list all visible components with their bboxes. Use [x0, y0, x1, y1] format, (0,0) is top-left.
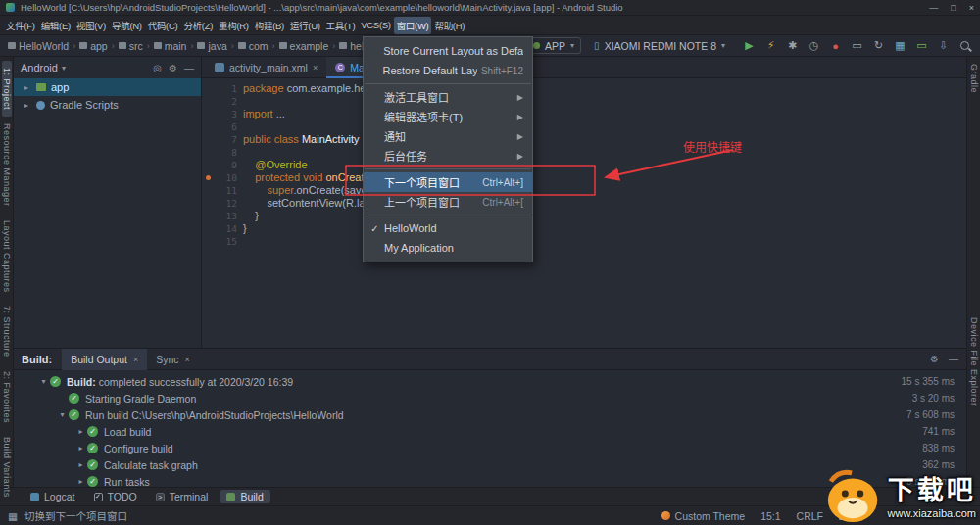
tool-stripe-3[interactable]: 7: Structure — [2, 299, 12, 364]
menubar-item-12[interactable]: 帮助(H) — [431, 17, 467, 34]
tool-stripe-right-0[interactable]: Gradle — [969, 57, 979, 100]
minimize-panel-icon[interactable]: — — [949, 354, 958, 364]
device-label: XIAOMI REDMI NOTE 8 — [605, 40, 716, 52]
project-view-mode[interactable]: Android — [21, 62, 58, 73]
tool-tab-terminal[interactable]: >Terminal — [149, 490, 216, 503]
menu-item-11[interactable]: ✓HelloWorld — [364, 218, 532, 238]
status-widget-2[interactable]: CRLF — [797, 510, 823, 522]
close-icon[interactable]: × — [969, 3, 974, 13]
line-number: 13 — [214, 211, 237, 221]
tool-stripe-1[interactable]: Resource Manager — [2, 117, 12, 214]
menubar-item-4[interactable]: 代码(C) — [145, 17, 181, 34]
maximize-icon[interactable]: □ — [951, 3, 956, 13]
build-tab-1[interactable]: Sync× — [147, 349, 199, 370]
menubar-item-9[interactable]: 工具(T) — [323, 17, 359, 34]
chevron-icon[interactable]: ▸ — [74, 477, 87, 486]
tool-stripe-2[interactable]: Layout Captures — [2, 214, 12, 300]
menubar-item-7[interactable]: 构建(B) — [252, 17, 287, 34]
search-everywhere-icon[interactable] — [957, 38, 972, 53]
menu-item-5[interactable]: 通知▶ — [364, 126, 532, 146]
menubar-item-11[interactable]: 窗口(W) — [394, 17, 432, 34]
settings-gear-icon[interactable]: ⚙ — [169, 63, 177, 73]
avd-manager-icon[interactable]: ▭ — [914, 38, 929, 53]
chevron-right-icon: ▸ — [22, 83, 31, 92]
chevron-icon[interactable]: ▸ — [74, 444, 87, 453]
run-icon[interactable]: ▶ — [742, 38, 757, 53]
breadcrumb-item[interactable]: HelloWorld — [8, 40, 69, 52]
tool-stripe-bottom-0[interactable]: 2: Favorites — [2, 364, 12, 430]
tool-tab-build[interactable]: Build — [220, 490, 270, 503]
sdk-manager-icon[interactable]: ⇩ — [936, 38, 951, 53]
menu-item-3[interactable]: 激活工具窗口▶ — [364, 87, 532, 107]
breadcrumb-item[interactable]: app — [79, 40, 108, 52]
status-widget-1[interactable]: 15:1 — [760, 510, 780, 522]
code-line: 6 — [202, 120, 966, 133]
menu-item-1[interactable]: Restore Default LayoutShift+F12 — [364, 61, 532, 80]
tool-stripe-0[interactable]: 1: Project — [2, 61, 12, 117]
build-row[interactable]: ✓Starting Gradle Daemon3 s 20 ms — [14, 390, 966, 406]
menu-item-6[interactable]: 后台任务▶ — [364, 146, 532, 166]
code-lines[interactable]: 1package com.example.helloworld;23import… — [202, 78, 966, 248]
menubar-item-8[interactable]: 运行(U) — [287, 17, 323, 34]
menubar-item-10[interactable]: VCS(S) — [358, 18, 393, 32]
layout-inspector-icon[interactable]: ▦ — [893, 38, 907, 53]
submenu-arrow-icon: ▶ — [517, 132, 523, 141]
menubar-item-5[interactable]: 分析(Z) — [180, 17, 216, 34]
locate-icon[interactable]: ◎ — [153, 63, 162, 73]
debug-icon[interactable]: ✱ — [785, 38, 800, 53]
breadcrumb-item[interactable]: java — [197, 40, 226, 52]
breadcrumb-item[interactable]: src — [119, 40, 143, 52]
chevron-icon[interactable]: ▸ — [74, 427, 87, 436]
menu-item-0[interactable]: Store Current Layout as Default — [364, 41, 532, 61]
build-row[interactable]: ▾✓Run build C:\Users\hp\AndroidStudioPro… — [14, 406, 966, 423]
run-configuration-select[interactable]: APP ▾ — [526, 37, 581, 54]
editor-tabs: activity_main.xml×CMainActivity.java× — [202, 57, 966, 78]
device-manager-icon[interactable]: ▭ — [850, 38, 864, 53]
success-check-icon: ✓ — [69, 409, 79, 420]
chevron-icon[interactable]: ▾ — [37, 377, 50, 386]
breadcrumb-item[interactable]: com — [238, 40, 269, 52]
chevron-icon[interactable]: ▸ — [74, 460, 87, 469]
build-row[interactable]: ▸✓Configure build838 ms — [14, 440, 966, 456]
menu-item-12[interactable]: My Application — [364, 238, 532, 258]
build-row[interactable]: ▸✓Calculate task graph362 ms — [14, 456, 966, 473]
build-row[interactable]: ▸✓Load build741 ms — [14, 423, 966, 440]
breadcrumb-item[interactable]: example — [279, 40, 329, 52]
sync-project-icon[interactable]: ↻ — [871, 38, 886, 53]
project-tree-item[interactable]: ▸Gradle Scripts — [14, 96, 201, 114]
editor-tab-0[interactable]: activity_main.xml× — [206, 57, 326, 78]
menu-item-8[interactable]: 下一个项目窗口Ctrl+Alt+] — [364, 172, 532, 192]
menu-item-4[interactable]: 编辑器选项卡(T)▶ — [364, 107, 532, 126]
menubar-item-1[interactable]: 编辑(E) — [38, 17, 74, 34]
tool-stripe-bottom-1[interactable]: Build Variants — [2, 430, 12, 504]
build-tab-0[interactable]: Build Output× — [62, 349, 147, 370]
tool-stripe-right-1[interactable]: Device File Explorer — [969, 310, 979, 413]
close-icon[interactable]: × — [313, 63, 318, 72]
android-studio-icon — [6, 3, 15, 12]
menubar-item-6[interactable]: 重构(R) — [216, 17, 252, 34]
profiler-icon[interactable]: ◷ — [807, 38, 821, 53]
editor-area[interactable]: activity_main.xml×CMainActivity.java× 1p… — [202, 57, 966, 348]
minimize-icon[interactable]: — — [929, 3, 938, 13]
hide-panel-icon[interactable]: — — [184, 63, 194, 73]
status-widget-3[interactable] — [839, 511, 847, 520]
menu-item-9[interactable]: 上一个项目窗口Ctrl+Alt+[ — [364, 192, 532, 212]
menubar-item-2[interactable]: 视图(V) — [74, 17, 109, 34]
tool-windows-icon[interactable]: ▦ — [8, 510, 18, 522]
tool-tab-logcat[interactable]: Logcat — [24, 490, 82, 503]
apply-changes-icon[interactable]: ⚡ — [763, 38, 778, 53]
close-icon[interactable]: × — [185, 355, 190, 364]
build-row[interactable]: ▾✓Build: completed successfully at 2020/… — [14, 373, 966, 390]
chevron-icon[interactable]: ▾ — [56, 410, 69, 419]
menubar-item-0[interactable]: 文件(F) — [3, 17, 38, 34]
close-icon[interactable]: × — [133, 355, 138, 364]
build-row-time: 7 s 608 ms — [906, 409, 966, 420]
menubar-item-3[interactable]: 导航(N) — [109, 17, 145, 34]
build-settings-gear-icon[interactable]: ⚙ — [930, 354, 939, 364]
status-widget-0[interactable]: Custom Theme — [662, 510, 746, 522]
project-tree-item[interactable]: ▸app — [14, 78, 201, 96]
device-select[interactable]: ▯ XIAOMI REDMI NOTE 8 ▾ — [588, 37, 731, 54]
stop-icon[interactable]: ● — [828, 38, 843, 53]
tool-tab-todo[interactable]: ✓TODO — [87, 490, 144, 503]
breadcrumb-item[interactable]: main — [154, 40, 187, 52]
